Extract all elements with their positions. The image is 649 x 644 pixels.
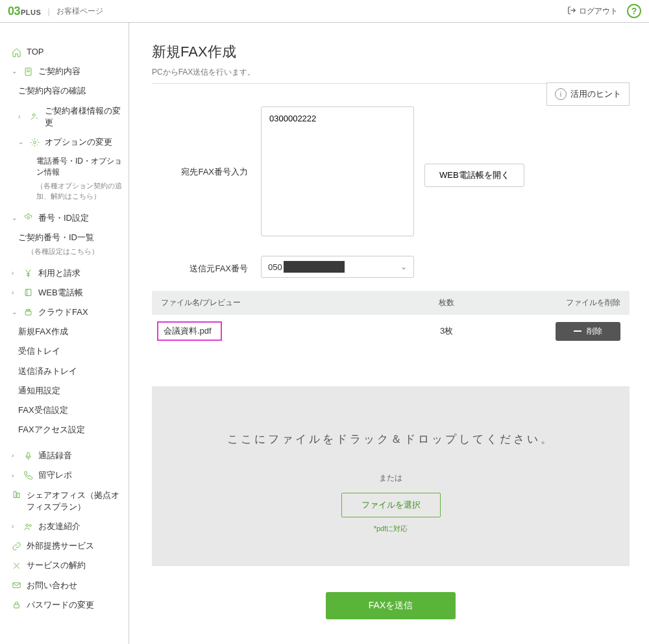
sidebar-label: お友達紹介	[38, 521, 80, 532]
home-icon	[12, 47, 21, 57]
header-divider: |	[47, 6, 49, 16]
sidebar-item-cloud-fax[interactable]: ⌄ クラウドFAX	[9, 303, 129, 322]
dropzone-note: *pdfに対応	[165, 524, 617, 534]
dropzone-or: または	[165, 473, 617, 484]
file-dropzone[interactable]: ここにファイルをドラック＆ドロップしてください。 または ファイルを選択 *pd…	[152, 386, 630, 566]
dest-fax-input[interactable]	[261, 106, 414, 236]
sidebar-item-phone-id-option[interactable]: 電話番号・ID・オプション情報	[9, 152, 129, 182]
help-button[interactable]: ?	[627, 4, 641, 18]
sidebar-item-web-phonebook[interactable]: › WEB電話帳	[9, 283, 129, 303]
logout-icon	[567, 6, 576, 17]
svg-rect-9	[25, 311, 31, 315]
sidebar-item-referral[interactable]: › お友達紹介	[9, 517, 129, 536]
col-header-delete: ファイルを削除	[511, 297, 620, 308]
sidebar-item-option-change[interactable]: ⌄ オプションの変更	[9, 132, 129, 152]
svg-rect-11	[27, 452, 30, 457]
sidebar-item-contract-confirm[interactable]: ご契約内容の確認	[9, 81, 129, 101]
sidebar-label: ご契約内容	[38, 66, 80, 77]
dest-fax-label: 宛先FAX番号入力	[152, 106, 248, 178]
sidebar-item-top[interactable]: TOP	[9, 42, 129, 62]
sidebar-label: 外部提携サービス	[27, 540, 94, 552]
chevron-right-icon: ›	[12, 471, 18, 480]
sidebar-label: 受信トレイ	[18, 345, 60, 357]
col-header-filename: ファイル名/プレビュー	[161, 297, 382, 308]
brand-logo: 03PLUS	[8, 5, 41, 18]
book-icon	[23, 288, 33, 297]
sidebar-label: 留守レポ	[38, 469, 72, 481]
sidebar-item-password-change[interactable]: パスワードの変更	[9, 595, 129, 615]
sidebar-item-contact[interactable]: お問い合わせ	[9, 576, 129, 595]
sidebar-item-fax-inbox[interactable]: 受信トレイ	[9, 341, 129, 361]
header-page-label: お客様ページ	[56, 6, 103, 17]
sidebar-label: ご契約内容の確認	[18, 85, 86, 97]
sidebar-label: クラウドFAX	[38, 306, 88, 318]
main-content: 新規FAX作成 PCからFAX送信を行います。 i 活用のヒント 宛先FAX番号…	[129, 23, 649, 644]
brand-text-o3: 03	[8, 5, 20, 18]
open-phonebook-button[interactable]: WEB電話帳を開く	[424, 164, 524, 187]
send-fax-button[interactable]: FAXを送信	[326, 592, 456, 619]
sidebar-item-number-id[interactable]: ⌄ 番号・ID設定	[9, 208, 129, 228]
sidebar-label: サービスの解約	[27, 560, 86, 571]
sidebar-label: オプションの変更	[45, 136, 112, 148]
svg-rect-18	[13, 583, 20, 588]
svg-rect-7	[25, 290, 31, 296]
svg-point-14	[26, 524, 29, 526]
minus-icon	[574, 330, 582, 332]
file-page-count: 3枚	[382, 325, 511, 337]
building-icon	[12, 489, 21, 499]
brand-text-plus: PLUS	[21, 8, 41, 16]
logout-link[interactable]: ログアウト	[567, 6, 618, 17]
svg-point-6	[27, 217, 30, 219]
file-name-link[interactable]: 会議資料.pdf	[157, 321, 222, 341]
page-subtitle: PCからFAX送信を行います。	[152, 67, 630, 84]
sidebar-item-cancel-service[interactable]: サービスの解約	[9, 556, 129, 575]
file-table: ファイル名/プレビュー 枚数 ファイルを削除 会議資料.pdf 3枚 削除	[152, 291, 630, 347]
chevron-right-icon: ›	[12, 288, 18, 297]
chevron-right-icon: ›	[12, 522, 18, 531]
sidebar-item-fax-sent[interactable]: 送信済みトレイ	[9, 362, 129, 381]
sidebar-label: 利用と請求	[38, 267, 80, 279]
sidebar-item-fax-new[interactable]: 新規FAX作成	[9, 322, 129, 341]
lock-icon	[12, 600, 21, 610]
sidebar-label: お問い合わせ	[27, 580, 77, 591]
sender-fax-redacted	[284, 261, 345, 273]
mail-icon	[12, 580, 21, 590]
svg-point-4	[32, 114, 35, 116]
select-file-button[interactable]: ファイルを選択	[341, 493, 441, 517]
chevron-right-icon: ›	[18, 112, 25, 121]
sidebar-note: （各種オプション契約の追加、解約はこちら）	[9, 180, 129, 202]
dropzone-text: ここにファイルをドラック＆ドロップしてください。	[165, 432, 617, 447]
svg-point-15	[29, 525, 31, 526]
sidebar-item-fax-notify[interactable]: 通知用設定	[9, 381, 129, 401]
sidebar-item-external-services[interactable]: 外部提携サービス	[9, 536, 129, 556]
sidebar-item-number-id-list[interactable]: ご契約番号・ID一覧	[9, 228, 129, 247]
chevron-down-icon: ⌄	[400, 262, 407, 271]
hint-button[interactable]: i 活用のヒント	[546, 82, 630, 106]
sidebar-item-voicemail[interactable]: › 留守レポ	[9, 465, 129, 485]
sidebar-label: ご契約者様情報の変更	[45, 105, 126, 129]
sidebar-item-billing[interactable]: › 利用と請求	[9, 264, 129, 283]
sidebar-item-call-record[interactable]: › 通話録音	[9, 446, 129, 465]
sender-fax-select[interactable]: 050 ⌄	[261, 256, 414, 278]
sidebar-item-fax-recv-setting[interactable]: FAX受信設定	[9, 401, 129, 420]
chevron-right-icon: ›	[12, 451, 18, 460]
sidebar-label: FAXアクセス設定	[18, 424, 85, 436]
chevron-right-icon: ›	[12, 269, 18, 278]
sidebar-item-contract-user-change[interactable]: › ご契約者様情報の変更	[9, 101, 129, 132]
delete-file-button[interactable]: 削除	[556, 322, 620, 341]
app-header: 03PLUS | お客様ページ ログアウト ?	[0, 0, 649, 23]
sender-fax-label: 送信元FAX番号	[152, 259, 248, 275]
sidebar-label: TOP	[27, 46, 44, 58]
user-edit-icon	[30, 112, 40, 121]
col-header-pages: 枚数	[382, 297, 511, 308]
sidebar-label: 電話番号・ID・オプション情報	[36, 156, 126, 178]
delete-button-label: 削除	[587, 326, 602, 337]
sidebar-item-contract[interactable]: ⌄ ご契約内容	[9, 62, 129, 81]
sidebar-note: （各種設定はこちら）	[9, 246, 129, 257]
sidebar-item-fax-access-setting[interactable]: FAXアクセス設定	[9, 420, 129, 440]
settings-icon	[30, 138, 40, 147]
close-icon	[12, 561, 21, 571]
sidebar-label: 通知用設定	[18, 385, 60, 397]
fax-icon	[23, 308, 33, 317]
sidebar-item-share-office[interactable]: シェアオフィス（拠点オフィスプラン）	[9, 486, 129, 517]
